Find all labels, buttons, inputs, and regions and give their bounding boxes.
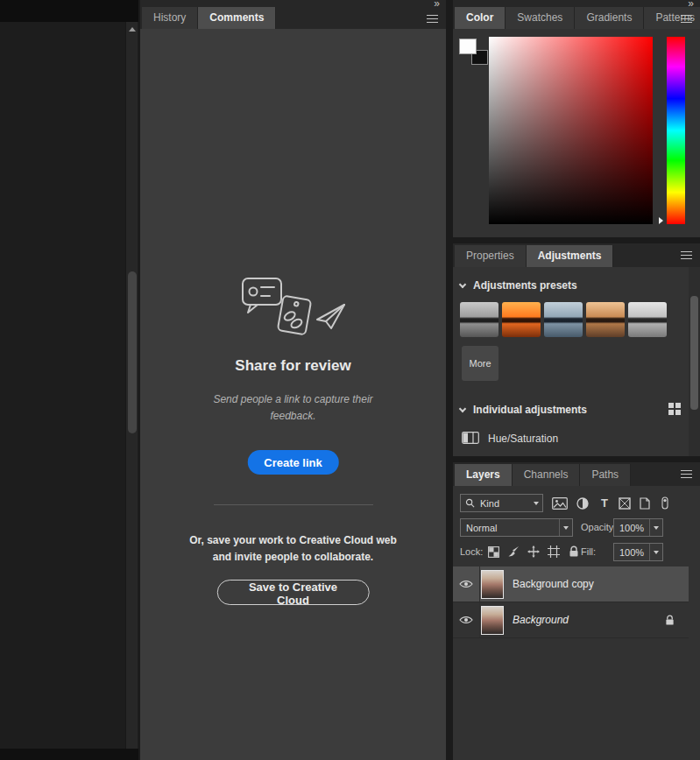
chevron-down-icon	[459, 405, 466, 412]
collapse-dock-icon[interactable]: »	[688, 0, 694, 9]
tab-layers[interactable]: Layers	[455, 464, 513, 486]
tab-color[interactable]: Color	[455, 7, 506, 29]
adjustment-item-hue-saturation[interactable]: Hue/Saturation	[462, 428, 558, 449]
panel-menu-icon[interactable]	[681, 470, 692, 478]
chevron-down-icon	[559, 519, 572, 536]
individual-header-label: Individual adjustments	[473, 404, 587, 416]
layer-name[interactable]: Background	[513, 602, 569, 638]
kind-filter-label: Kind	[475, 498, 529, 509]
save-to-creative-cloud-button[interactable]: Save to Creative Cloud	[216, 580, 370, 605]
more-presets-button[interactable]: More	[462, 346, 498, 381]
layer-filter-toggle-icon[interactable]	[656, 495, 674, 510]
individual-adjustments-header[interactable]: Individual adjustments	[460, 402, 587, 418]
layers-panel: Layers Channels Paths Kind T Normal Opac…	[453, 462, 700, 760]
tab-channels[interactable]: Channels	[513, 464, 581, 486]
scrollbar-thumb[interactable]	[128, 271, 137, 433]
layer-name[interactable]: Background copy	[513, 566, 594, 602]
share-review-heading: Share for review	[140, 357, 446, 375]
tab-adjustments[interactable]: Adjustments	[527, 245, 614, 267]
tab-paths[interactable]: Paths	[580, 464, 631, 486]
opacity-value: 100%	[614, 523, 649, 533]
search-icon	[461, 498, 475, 508]
lock-position-icon[interactable]	[527, 545, 541, 559]
tab-comments[interactable]: Comments	[198, 7, 276, 29]
lock-artboard-icon[interactable]	[547, 545, 561, 559]
chevron-down-icon	[649, 519, 662, 536]
lock-all-icon[interactable]	[567, 545, 581, 559]
tab-history[interactable]: History	[142, 7, 198, 29]
lock-transparent-pixels-icon[interactable]	[486, 545, 500, 559]
preset-thumbnail-light[interactable]	[628, 302, 667, 337]
preset-thumbnail-warm[interactable]	[586, 302, 625, 337]
canvas-bottom-strip	[0, 749, 138, 760]
adjustments-presets-header[interactable]: Adjustments presets	[460, 278, 577, 293]
filter-pixel-layers-icon[interactable]	[551, 496, 569, 511]
share-review-illustration	[240, 273, 347, 350]
eye-icon	[459, 579, 473, 589]
foreground-background-swatches[interactable]	[459, 39, 491, 68]
preset-thumbnails	[460, 302, 667, 337]
eye-icon	[459, 615, 473, 625]
canvas-vertical-scrollbar[interactable]	[125, 22, 138, 749]
color-panel: Color Swatches Gradients Patterns »	[453, 0, 700, 237]
filter-type-layers-icon[interactable]: T	[596, 496, 613, 511]
grid-view-icon[interactable]	[668, 403, 681, 415]
color-tabbar: Color Swatches Gradients Patterns »	[453, 0, 700, 29]
saturation-brightness-field[interactable]	[489, 37, 653, 224]
filter-adjustment-layers-icon[interactable]	[574, 496, 591, 511]
blend-mode-dropdown[interactable]: Normal	[460, 518, 573, 537]
fill-label[interactable]: Fill:	[581, 543, 596, 561]
layer-visibility-toggle[interactable]	[453, 566, 480, 602]
layer-row-background[interactable]: Background	[453, 602, 689, 638]
layers-tabbar: Layers Channels Paths	[453, 462, 700, 486]
comments-panel: History Comments » Share fo	[140, 0, 446, 760]
hue-saturation-icon	[462, 432, 479, 447]
hue-slider-pointer-icon[interactable]	[659, 217, 663, 224]
blend-mode-label: Normal	[461, 523, 559, 533]
hue-slider[interactable]	[667, 37, 685, 224]
tab-gradients[interactable]: Gradients	[575, 7, 644, 29]
scroll-up-arrow-icon[interactable]	[129, 27, 136, 32]
type-glyph: T	[601, 497, 608, 510]
layer-thumbnail[interactable]	[481, 606, 504, 635]
panel-menu-icon[interactable]	[681, 251, 692, 259]
filter-shape-layers-icon[interactable]	[616, 496, 633, 511]
comments-tabbar: History Comments »	[140, 0, 446, 29]
adjustments-scrollbar[interactable]	[689, 267, 700, 456]
lock-label: Lock:	[460, 543, 483, 561]
preset-thumbnail-vivid[interactable]	[502, 302, 541, 337]
presets-header-label: Adjustments presets	[473, 279, 577, 292]
divider	[214, 504, 373, 505]
adjustment-item-label: Hue/Saturation	[488, 433, 558, 445]
layer-locked-icon	[665, 614, 675, 630]
panel-menu-icon[interactable]	[681, 15, 692, 23]
lock-image-pixels-icon[interactable]	[506, 545, 520, 559]
layer-row-background-copy[interactable]: Background copy	[453, 566, 689, 602]
scrollbar-thumb[interactable]	[690, 296, 698, 410]
share-review-subtext: Send people a link to capture their feed…	[199, 391, 388, 424]
canvas-area	[0, 0, 138, 760]
kind-filter-dropdown[interactable]: Kind	[460, 494, 543, 512]
foreground-color-swatch[interactable]	[459, 39, 477, 54]
preset-thumbnail-cool[interactable]	[544, 302, 583, 337]
adjustments-panel: Properties Adjustments Adjustments prese…	[453, 243, 700, 456]
filter-smart-objects-icon[interactable]	[636, 496, 654, 511]
tab-properties[interactable]: Properties	[455, 245, 527, 267]
chevron-down-icon	[529, 495, 542, 511]
fill-value: 100%	[614, 547, 649, 558]
create-link-button[interactable]: Create link	[247, 450, 338, 475]
adjustments-tabbar: Properties Adjustments	[453, 243, 700, 267]
preset-thumbnail-bw[interactable]	[460, 302, 498, 337]
panel-menu-icon[interactable]	[427, 15, 438, 23]
chevron-down-icon	[649, 544, 662, 560]
opacity-value-dropdown[interactable]: 100%	[613, 518, 663, 537]
layer-thumbnail[interactable]	[481, 570, 504, 599]
tab-swatches[interactable]: Swatches	[506, 7, 575, 29]
layer-visibility-toggle[interactable]	[453, 602, 480, 637]
chevron-down-icon	[459, 280, 466, 287]
opacity-label[interactable]: Opacity:	[581, 518, 616, 537]
canvas-top-strip	[0, 0, 138, 22]
collapse-dock-icon[interactable]: »	[434, 0, 440, 9]
save-to-cloud-text: Or, save your work to Creative Cloud web…	[189, 532, 398, 566]
fill-value-dropdown[interactable]: 100%	[613, 543, 663, 561]
